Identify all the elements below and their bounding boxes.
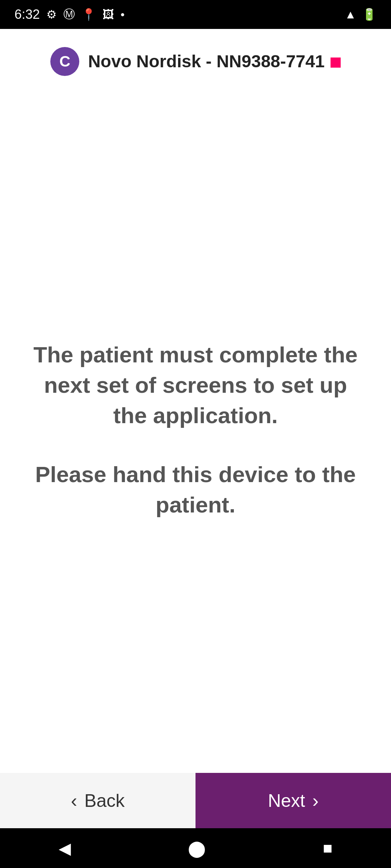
wifi-icon: ▲ bbox=[345, 8, 356, 21]
status-bar: 6:32 ⚙ Ⓜ 📍 🖼 • ▲ 🔋 bbox=[0, 0, 391, 29]
location-icon: 📍 bbox=[81, 8, 96, 21]
status-bar-left: 6:32 ⚙ Ⓜ 📍 🖼 • bbox=[14, 7, 125, 22]
motorola-icon: Ⓜ bbox=[63, 7, 75, 22]
system-recents-button[interactable]: ■ bbox=[323, 839, 333, 857]
system-nav-bar: ◀ ⬤ ■ bbox=[0, 828, 391, 868]
instruction-text-2: Please hand this device to the patient. bbox=[29, 459, 362, 520]
logo-letter: C bbox=[59, 53, 70, 70]
next-button[interactable]: Next › bbox=[196, 773, 391, 828]
screenshot-icon: 🖼 bbox=[102, 8, 114, 21]
bottom-navigation: ‹ Back Next › bbox=[0, 773, 391, 828]
header-title-group: Novo Nordisk - NN9388-7741 bbox=[88, 51, 341, 72]
settings-icon: ⚙ bbox=[46, 8, 57, 21]
status-bar-right: ▲ 🔋 bbox=[345, 8, 377, 21]
battery-icon: 🔋 bbox=[362, 8, 377, 21]
header: C Novo Nordisk - NN9388-7741 bbox=[0, 29, 391, 87]
app-logo: C bbox=[50, 47, 79, 76]
back-label: Back bbox=[84, 790, 125, 811]
chevron-right-icon: › bbox=[312, 790, 319, 812]
study-title: Novo Nordisk - NN9388-7741 bbox=[88, 51, 325, 72]
back-button[interactable]: ‹ Back bbox=[0, 773, 196, 828]
chevron-left-icon: ‹ bbox=[71, 790, 77, 812]
next-label: Next bbox=[268, 790, 305, 811]
dot-indicator: • bbox=[121, 8, 125, 21]
instruction-text-1: The patient must complete the next set o… bbox=[29, 340, 362, 430]
system-back-button[interactable]: ◀ bbox=[59, 839, 71, 858]
status-indicator bbox=[331, 58, 341, 68]
main-content: The patient must complete the next set o… bbox=[0, 87, 391, 773]
status-time: 6:32 bbox=[14, 7, 40, 22]
system-home-button[interactable]: ⬤ bbox=[188, 839, 206, 858]
